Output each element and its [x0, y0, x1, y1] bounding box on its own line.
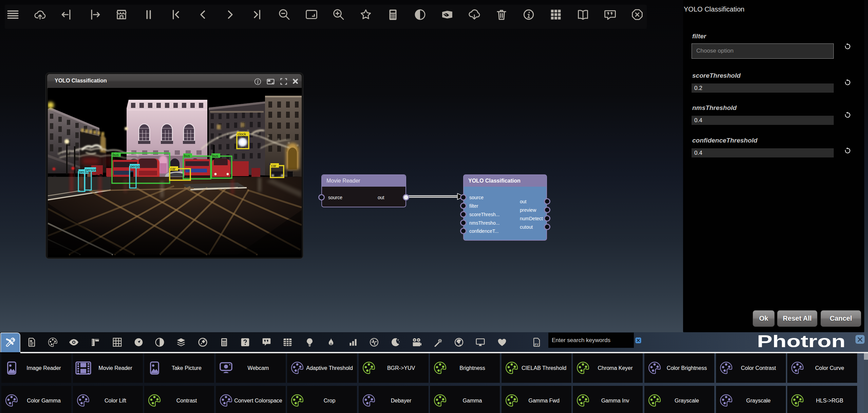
svg-text:car: car [170, 167, 176, 171]
svg-text:clock: clock [238, 132, 246, 136]
svg-text:bus: bus [212, 154, 218, 158]
svg-text:perso: perso [130, 164, 140, 168]
svg-text:car: car [271, 164, 277, 168]
svg-text:bus: bus [113, 153, 119, 157]
svg-text:person: person [85, 168, 97, 172]
svg-text:bus: bus [184, 154, 190, 158]
svg-text:PY: PY [534, 343, 539, 346]
